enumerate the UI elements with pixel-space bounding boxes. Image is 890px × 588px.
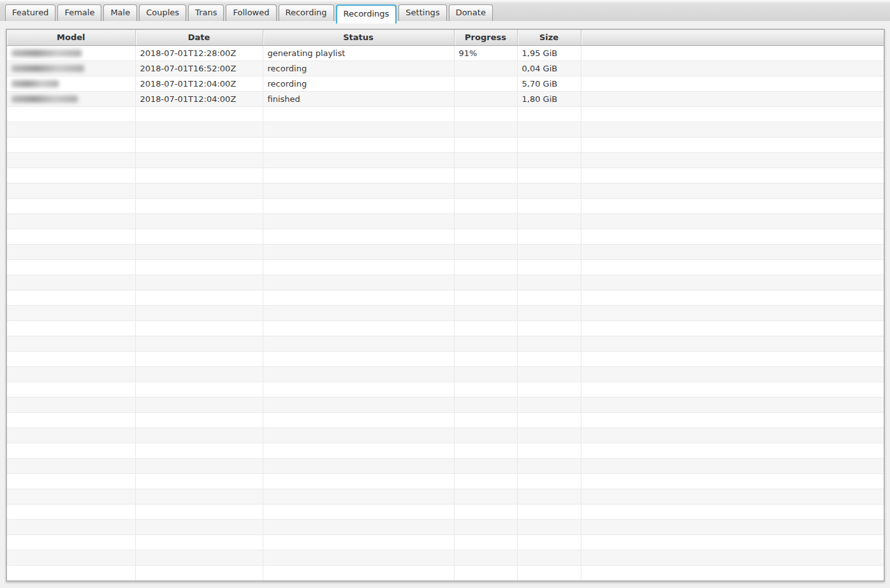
empty-cell [454, 427, 517, 443]
empty-cell [581, 183, 884, 198]
empty-cell [454, 504, 517, 519]
column-header-progress[interactable]: Progress [454, 30, 517, 45]
tab-donate[interactable]: Donate [449, 4, 493, 21]
empty-row [7, 412, 884, 427]
cell-progress: 91% [454, 45, 517, 61]
cell-size: 1,80 GiB [517, 91, 581, 106]
empty-cell [263, 336, 454, 351]
cell-size: 0,04 GiB [517, 61, 581, 76]
recording-row[interactable]: 2018-07-01T12:28:00Zgenerating playlist9… [7, 45, 884, 61]
empty-row [7, 473, 884, 489]
empty-cell [263, 152, 454, 168]
empty-cell [454, 443, 517, 458]
empty-cell [581, 473, 884, 489]
empty-cell [263, 198, 454, 213]
empty-cell [517, 122, 581, 137]
empty-cell [517, 198, 581, 213]
empty-cell [263, 168, 454, 183]
empty-cell [7, 565, 135, 580]
empty-cell [135, 519, 263, 534]
empty-row [7, 351, 884, 366]
empty-cell [135, 122, 263, 137]
empty-row [7, 275, 884, 290]
empty-cell [263, 443, 454, 458]
cell-status: recording [263, 61, 454, 76]
empty-cell [7, 259, 135, 275]
tab-recording[interactable]: Recording [279, 4, 334, 21]
empty-cell [263, 122, 454, 137]
empty-cell [7, 550, 135, 565]
recording-row[interactable]: 2018-07-01T16:52:00Zrecording0,04 GiB [7, 61, 884, 76]
column-header-date[interactable]: Date [135, 30, 263, 45]
empty-row [7, 443, 884, 458]
tab-couples[interactable]: Couples [139, 4, 186, 21]
empty-cell [135, 336, 263, 351]
redacted-model-name [11, 65, 84, 72]
empty-cell [517, 152, 581, 168]
empty-cell [517, 137, 581, 152]
empty-cell [135, 504, 263, 519]
redacted-model-name [11, 80, 59, 87]
table-header-row: ModelDateStatusProgressSize [7, 30, 884, 45]
cell-model [7, 76, 135, 91]
empty-cell [454, 366, 517, 382]
empty-cell [454, 229, 517, 244]
tab-settings[interactable]: Settings [398, 4, 446, 21]
column-header-model[interactable]: Model [7, 30, 135, 45]
empty-cell [517, 458, 581, 473]
column-header-status[interactable]: Status [263, 30, 454, 45]
empty-cell [7, 397, 135, 412]
tab-followed[interactable]: Followed [226, 4, 276, 21]
tab-featured[interactable]: Featured [5, 4, 55, 21]
empty-cell [581, 229, 884, 244]
empty-cell [135, 550, 263, 565]
empty-cell [454, 412, 517, 427]
empty-cell [454, 137, 517, 152]
empty-row [7, 458, 884, 473]
empty-cell [581, 458, 884, 473]
empty-cell [7, 458, 135, 473]
empty-cell [263, 290, 454, 305]
tab-recordings[interactable]: Recordings [336, 4, 397, 24]
empty-cell [454, 213, 517, 229]
empty-cell [517, 397, 581, 412]
empty-cell [517, 183, 581, 198]
empty-cell [7, 336, 135, 351]
empty-cell [263, 351, 454, 366]
tab-female[interactable]: Female [57, 4, 101, 21]
empty-cell [454, 550, 517, 565]
tab-trans[interactable]: Trans [188, 4, 224, 21]
empty-cell [135, 366, 263, 382]
empty-cell [517, 534, 581, 550]
column-header-size[interactable]: Size [517, 30, 581, 45]
empty-cell [581, 152, 884, 168]
empty-cell [7, 244, 135, 259]
tab-male[interactable]: Male [103, 4, 137, 21]
empty-cell [517, 443, 581, 458]
empty-cell [581, 565, 884, 580]
empty-cell [135, 473, 263, 489]
column-header-blank[interactable] [581, 30, 884, 45]
recording-row[interactable]: 2018-07-01T12:04:00Zrecording5,70 GiB [7, 76, 884, 91]
empty-cell [581, 198, 884, 213]
empty-cell [581, 106, 884, 122]
empty-row [7, 244, 884, 259]
recording-row[interactable]: 2018-07-01T12:04:00Zfinished1,80 GiB [7, 91, 884, 106]
empty-row [7, 229, 884, 244]
empty-cell [581, 137, 884, 152]
app-window: FeaturedFemaleMaleCouplesTransFollowedRe… [0, 0, 890, 588]
empty-cell [7, 412, 135, 427]
empty-cell [263, 305, 454, 320]
empty-cell [135, 534, 263, 550]
empty-cell [454, 336, 517, 351]
empty-row [7, 519, 884, 534]
empty-cell [263, 382, 454, 397]
empty-cell [135, 382, 263, 397]
recordings-table: ModelDateStatusProgressSize 2018-07-01T1… [7, 30, 884, 581]
empty-row [7, 336, 884, 351]
empty-cell [581, 290, 884, 305]
empty-cell [7, 213, 135, 229]
empty-row [7, 137, 884, 152]
empty-cell [263, 473, 454, 489]
empty-cell [517, 244, 581, 259]
